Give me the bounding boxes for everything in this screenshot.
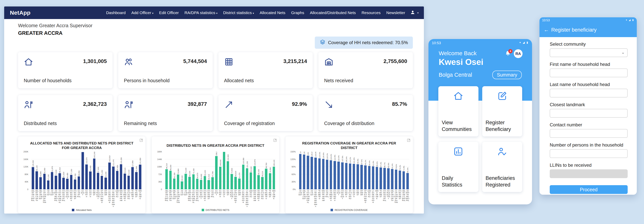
- expand-icon[interactable]: [273, 138, 277, 142]
- brand-logo[interactable]: NetApp: [10, 10, 30, 16]
- bar-value-label: 101.6%: [353, 157, 355, 163]
- bar-value-label: 51,470: [238, 173, 240, 178]
- stat-value: 3,215,214: [284, 58, 307, 64]
- nav-item-graphs[interactable]: Graphs: [288, 11, 307, 15]
- bar-value-label: 107.9%: [342, 156, 344, 162]
- tile-view-communities[interactable]: View Communities: [438, 86, 478, 136]
- tile-daily-statistics[interactable]: Daily Statistics: [438, 142, 478, 192]
- bar: [104, 177, 107, 189]
- bar-value-label: 87,930: [97, 167, 99, 172]
- nav-item-resources[interactable]: Resources: [359, 11, 384, 15]
- bar: [246, 168, 248, 189]
- landmark-input[interactable]: [550, 109, 628, 118]
- register-form: Select community ⌄ First name of househo…: [550, 37, 628, 194]
- bar-value-label: 133.9%: [307, 152, 309, 155]
- bar: [62, 178, 65, 189]
- nav-item-ra-dpa-statistics[interactable]: RA/DPA statistics▾: [182, 11, 220, 15]
- x-axis-label: LA NKWANTANANG MADINA: [314, 190, 318, 207]
- bar: [70, 175, 72, 189]
- persons-count-input[interactable]: [550, 149, 628, 158]
- person-flag-icon: [124, 100, 134, 110]
- plot-area: 96,21089,34052,18070,96038,54074,22060,3…: [164, 152, 276, 189]
- expand-icon[interactable]: [139, 138, 143, 142]
- bar: [254, 166, 256, 189]
- charts-row: ALLOCATED NETS AND DISTRIBUTED NETS PER …: [18, 136, 413, 213]
- warehouse-icon: [324, 57, 334, 67]
- region-title: GREATER ACCRA: [18, 30, 92, 36]
- stat-label: Nets received: [324, 78, 407, 83]
- nav-item-district-statistics[interactable]: District statistics▾: [220, 11, 257, 15]
- user-location: Bolga Central: [439, 72, 472, 78]
- tile-beneficiaries-registered[interactable]: Beneficiaries Registered: [482, 142, 522, 192]
- bar: [326, 160, 328, 189]
- bar: [135, 172, 138, 189]
- bar: [93, 158, 95, 189]
- x-axis-label: ADA EAST: [310, 190, 314, 196]
- y-tick-label: 90%: [292, 166, 296, 168]
- legend-label: REGISTRATION COVERAGE: [334, 208, 368, 211]
- bar-value-label: 83.9%: [388, 163, 390, 168]
- x-axis-label: AYAWASO CENTRAL: [383, 190, 386, 201]
- bar: [261, 177, 264, 189]
- bar: [39, 177, 42, 189]
- bar-value-label: 63,420: [204, 170, 206, 176]
- stat-label: Coverage of registration: [224, 121, 307, 126]
- contact-number-input[interactable]: [550, 129, 628, 138]
- x-axis-label: TEMA METRO: [318, 190, 321, 199]
- bar-value-label: 72,150: [192, 168, 194, 174]
- nav-item-allocated-nets[interactable]: Allocated Nets: [257, 11, 288, 15]
- nav-item-allocated-distributed-nets[interactable]: Allocated/Distributed Nets: [307, 11, 359, 15]
- bar: [208, 180, 210, 189]
- back-arrow-icon[interactable]: ←: [544, 27, 549, 33]
- bar: [399, 170, 401, 189]
- expand-icon[interactable]: [407, 138, 410, 142]
- first-name-input[interactable]: [550, 69, 628, 77]
- status-bar: 10:53 ▾ ◢ ▮: [432, 41, 528, 45]
- bar: [55, 176, 57, 189]
- x-axis-label: KORLE KLOTTEY: [230, 190, 234, 199]
- bar: [368, 166, 370, 189]
- chart-icon: [453, 146, 464, 157]
- nav-item-add-officer[interactable]: Add Officer▾: [128, 11, 156, 15]
- x-axis-label: ABLEKUMA NORTH: [390, 190, 394, 201]
- x-axis-label: AYAWASO EAST: [340, 190, 344, 199]
- nav-item-newsletter[interactable]: Newsletter: [384, 11, 408, 15]
- x-axis-label: ACCRA METROPOLITAN: [42, 190, 46, 203]
- tile-register-beneficiary[interactable]: Register Beneficiary: [482, 86, 522, 136]
- bar-value-label: 108,640: [219, 160, 221, 166]
- mobile-home-screen: 10:53 ▾ ◢ ▮ Welcome Back Kwesi Osei Bolg…: [428, 39, 532, 204]
- last-name-input[interactable]: [550, 89, 628, 97]
- community-select[interactable]: ⌄: [550, 48, 628, 57]
- y-tick-label: 120%: [290, 158, 296, 160]
- bar: [223, 152, 225, 189]
- bar: [58, 173, 61, 189]
- x-axis-label: GA SOUTH: [222, 190, 226, 197]
- avatar[interactable]: RA: [514, 49, 522, 58]
- arrow-down-right-icon: [324, 100, 334, 110]
- bar-value-label: 138.5%: [303, 152, 305, 154]
- y-tick-label: 40K: [24, 181, 28, 183]
- nav-item-edit-officer[interactable]: Edit Officer: [156, 11, 182, 15]
- bar-value-label: 103.2%: [349, 157, 351, 163]
- bar: [250, 172, 252, 189]
- summary-button[interactable]: Summary: [492, 71, 522, 79]
- bar-value-label: 74,220: [185, 168, 187, 173]
- bar: [184, 174, 187, 189]
- bell-icon[interactable]: 4: [505, 51, 511, 57]
- bar: [395, 170, 397, 189]
- user-menu[interactable]: ▾: [410, 10, 418, 16]
- x-axis-label: TEMA WEST: [379, 190, 383, 197]
- x-axis-label: ASHAIMAN MUNICIPAL: [192, 190, 195, 203]
- nav-item-dashboard[interactable]: Dashboard: [103, 11, 128, 15]
- stat-label: Persons in household: [124, 78, 207, 83]
- x-axis-label: LEDZOKUKU: [367, 190, 371, 197]
- bar-value-label: 118,340: [32, 160, 34, 167]
- bar-value-label: 38,540: [181, 175, 183, 181]
- chart-legend: REGISTRATION COVERAGE: [288, 208, 410, 211]
- proceed-button[interactable]: Proceed: [550, 185, 628, 194]
- x-axis-label: OKAIKWEI NORTH: [256, 190, 260, 201]
- x-axis-label: GA WEST: [92, 190, 96, 196]
- status-icons: ▾ ◢ ▮: [520, 41, 528, 45]
- x-axis-label: OKAIKWEI NORTH: [329, 190, 333, 201]
- bar-value-label: 95.2%: [364, 160, 366, 165]
